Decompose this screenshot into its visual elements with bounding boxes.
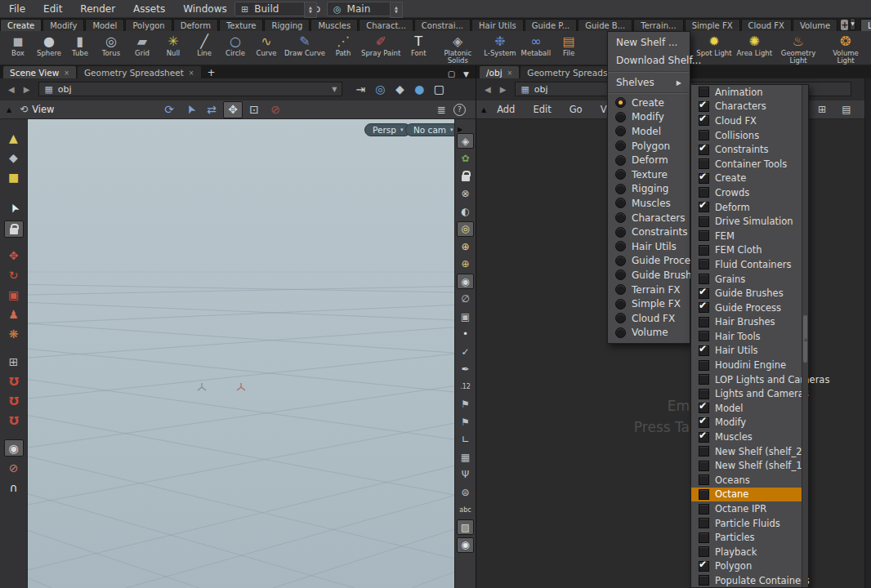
back-icon[interactable]: ◀ xyxy=(5,85,18,94)
pose-tool-icon[interactable]: ♟ xyxy=(4,305,24,323)
shelf-checkbox-item[interactable]: Modify xyxy=(691,416,802,430)
view-state-icon[interactable]: ◉ xyxy=(4,439,24,457)
back-icon[interactable]: ◀ xyxy=(481,85,494,94)
network-menu-item[interactable]: Go xyxy=(561,104,592,115)
shelf-set-radio-item[interactable]: Simple FX xyxy=(608,296,690,311)
snap-combined-icon[interactable]: Ω xyxy=(4,412,24,429)
tube-tool[interactable]: ▮ Tube xyxy=(65,31,96,65)
state-dot-icon[interactable]: ● xyxy=(412,81,427,98)
shelf-tab[interactable]: Volume xyxy=(793,19,838,31)
shelf-tab[interactable]: Charact... xyxy=(359,19,413,31)
pane-tab[interactable]: Geometry Spreadsheet × xyxy=(78,66,201,78)
shelf-tab[interactable]: Rigging xyxy=(264,19,310,31)
shelf-checkbox-item[interactable]: New Shelf (shelf_1) xyxy=(691,458,802,473)
shelf-checkbox-item[interactable]: Grains xyxy=(691,272,802,287)
shelf-tab[interactable]: Terrain... xyxy=(633,19,683,31)
lock-view-icon[interactable] xyxy=(457,168,474,184)
path-field[interactable]: ▦ obj ▼ xyxy=(38,82,342,96)
shelf-checkbox-item[interactable]: Fluid Containers xyxy=(691,257,802,272)
rotate-tool-icon[interactable]: ↻ xyxy=(4,266,24,283)
snap-curve-icon[interactable]: Ω xyxy=(4,372,24,390)
shelf-tab[interactable]: Texture xyxy=(219,19,264,31)
background-image-icon[interactable]: ▨ xyxy=(457,519,474,535)
camera-selector[interactable]: No cam ▾ xyxy=(405,123,462,136)
shelf-tab[interactable]: Guide B... xyxy=(578,19,632,31)
normal-lighting-icon[interactable]: ◎ xyxy=(457,221,474,237)
spray-paint-tool[interactable]: ✐ Spray Paint xyxy=(359,31,403,65)
area-light-tool[interactable]: ✺ Area Light xyxy=(735,31,775,65)
shelf-checkbox-item[interactable]: Animation xyxy=(691,85,802,100)
shelf-tab[interactable]: Muscles xyxy=(310,19,358,31)
move-tool-icon[interactable]: ✥ xyxy=(223,101,243,118)
point-markers-icon[interactable]: • xyxy=(457,327,474,342)
translate-tool-icon[interactable]: ✥ xyxy=(4,247,24,264)
shelf-checkbox-item[interactable]: Constraints xyxy=(691,142,802,157)
circle-tool[interactable]: ○ Circle xyxy=(220,31,251,65)
shelf-set-radio-item[interactable]: Guide Brushes xyxy=(608,268,690,283)
floating-panel-icon[interactable]: ▢ xyxy=(431,81,446,98)
shelf-set-radio-item[interactable]: Cloud FX xyxy=(608,311,690,326)
shelf-set-radio-item[interactable]: Guide Process xyxy=(608,254,690,269)
close-icon[interactable]: × xyxy=(507,69,513,77)
display-model-icon[interactable]: ▲ xyxy=(4,129,24,146)
scrollbar-thumb[interactable]: ≡ xyxy=(803,315,807,363)
view-menu[interactable]: View xyxy=(32,104,54,115)
projection-selector[interactable]: Persp ▾ xyxy=(364,123,411,136)
high-quality-light-icon[interactable]: ⊕ xyxy=(457,238,474,254)
path-dropdown-icon[interactable]: ▼ xyxy=(332,86,337,93)
box-tool[interactable]: ◼ Box xyxy=(2,31,34,65)
shelf-set-radio-item[interactable]: Model xyxy=(608,124,690,139)
shelf-checkbox-item[interactable]: Octane IPR xyxy=(691,501,802,516)
shelf-checkbox-item[interactable]: Houdini Engine xyxy=(691,358,802,372)
shelf-set-radio-item[interactable]: Texture xyxy=(608,167,690,182)
shelf-checkbox-item[interactable]: Populate Containers xyxy=(691,573,802,588)
menubar-item[interactable]: Edit xyxy=(34,0,71,17)
shelf-tab[interactable]: Hair Utils xyxy=(471,19,524,31)
shelf-checkbox-item[interactable]: Hair Utils xyxy=(691,344,802,359)
shelf-checkbox-item[interactable]: Model xyxy=(691,401,802,416)
shelf-set-radio-item[interactable]: Characters xyxy=(608,211,690,225)
pane-tab[interactable]: Scene View × xyxy=(3,66,76,78)
shelf-tab-dropdown-button[interactable]: ▼ xyxy=(850,18,855,30)
shelf-set-radio-item[interactable]: Rigging xyxy=(608,182,690,197)
box-select-icon[interactable]: ⊡ xyxy=(244,101,264,118)
pane-split-icon[interactable]: ▲ xyxy=(476,106,488,114)
shelf-checkbox-item[interactable]: Guide Brushes xyxy=(691,286,802,301)
shelf-checkbox-item[interactable]: Cloud FX xyxy=(691,114,802,128)
network-menu-item[interactable]: Edit xyxy=(524,104,560,115)
shelf-checkbox-item[interactable]: New Shelf (shelf_2) xyxy=(691,444,802,459)
ghost-objects-icon[interactable]: ▣ xyxy=(457,309,474,324)
shelf-set-radio-item[interactable]: Create xyxy=(608,96,690,110)
pane-split-icon[interactable]: ▲ xyxy=(0,106,15,114)
curve-tool[interactable]: ∿ Curve xyxy=(251,31,282,65)
shelf-tab[interactable]: Guide P... xyxy=(525,19,578,31)
shelf-set-radio-item[interactable]: Hair Utils xyxy=(608,239,690,254)
font-tool[interactable]: T Font xyxy=(403,31,434,65)
shelf-tab[interactable]: Polygon xyxy=(125,19,172,31)
pane-menu-icon[interactable]: ▼ xyxy=(463,70,469,78)
shelf-checkbox-item[interactable]: Characters xyxy=(691,100,802,114)
disable-handles-icon[interactable]: ⊘ xyxy=(266,101,285,118)
shelf-checkbox-item[interactable]: Hair Brushes xyxy=(691,315,802,330)
shelf-set-radio-item[interactable]: Volume xyxy=(608,326,690,341)
path-tool[interactable]: ⋰ Path xyxy=(328,31,359,65)
select-arrow-icon[interactable]: ➤ xyxy=(181,101,200,118)
l-system-tool[interactable]: ❉ L-System xyxy=(481,31,518,65)
grid-tool[interactable]: ▰ Grid xyxy=(127,31,158,65)
shelf-tab[interactable]: Modify xyxy=(42,19,84,31)
snap-grid-icon[interactable]: ⊞ xyxy=(4,353,24,370)
menubar-item[interactable]: File xyxy=(0,0,34,17)
secure-selection-icon[interactable] xyxy=(4,220,24,238)
prim-normals-icon[interactable]: ⚑ xyxy=(457,397,474,412)
shelf-tab[interactable]: Deform xyxy=(173,19,218,31)
shelf-set-radio-item[interactable]: Muscles xyxy=(608,196,690,211)
menubar-item[interactable]: Render xyxy=(71,0,124,17)
submenu-scrollbar[interactable]: ≡ xyxy=(802,85,808,587)
shelf-checkbox-item[interactable]: Polygon xyxy=(691,559,802,574)
file-tool[interactable]: ▤ File xyxy=(553,31,584,65)
shelf-checkbox-item[interactable]: Drive Simulation xyxy=(691,214,802,229)
line-tool[interactable]: ╱ Line xyxy=(189,31,220,65)
material-shade-icon[interactable]: ◐ xyxy=(457,203,474,219)
menubar-item[interactable]: Windows xyxy=(174,0,236,17)
light-rig-icon[interactable]: ⊕ xyxy=(457,256,474,272)
